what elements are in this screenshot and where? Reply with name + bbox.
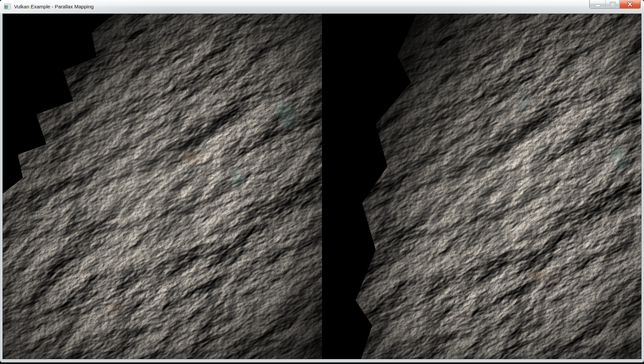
render-pane-left[interactable] [3, 14, 322, 359]
app-window: Vulkan Example - Parallax Mapping [0, 0, 644, 362]
close-button[interactable] [619, 0, 640, 8]
window-title: Vulkan Example - Parallax Mapping [14, 4, 94, 10]
minimize-icon [595, 4, 600, 7]
caption-button-group [589, 0, 641, 9]
render-pane-right[interactable] [322, 14, 641, 359]
app-icon[interactable] [4, 4, 11, 9]
minimize-button[interactable] [590, 0, 605, 8]
maximize-button[interactable] [605, 0, 619, 8]
titlebar[interactable]: Vulkan Example - Parallax Mapping [0, 0, 644, 13]
close-icon [627, 2, 633, 7]
maximize-icon [610, 2, 615, 7]
render-area [2, 13, 642, 359]
